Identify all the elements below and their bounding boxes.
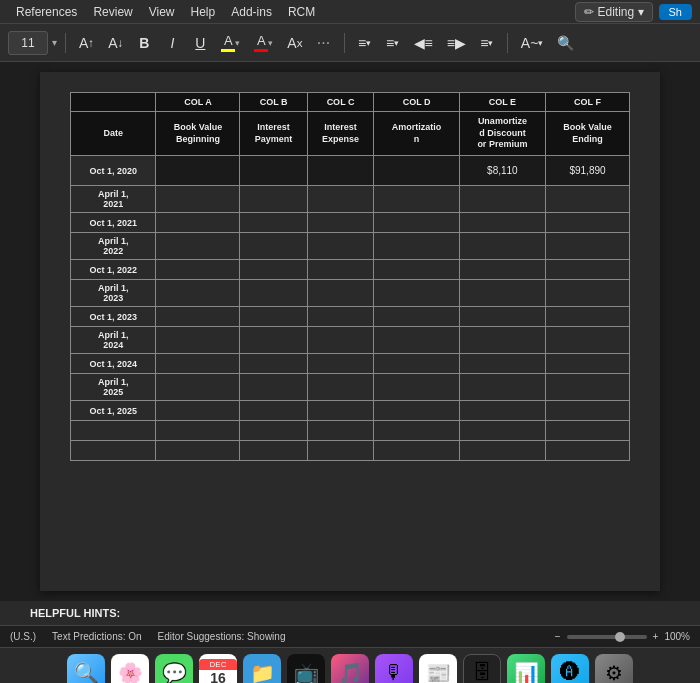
- data-cell: [307, 327, 374, 354]
- data-cell: [459, 260, 545, 280]
- menu-addins[interactable]: Add-ins: [223, 0, 280, 23]
- data-cell: [156, 327, 240, 354]
- data-cell: [459, 307, 545, 327]
- date-cell: [71, 421, 156, 441]
- date-cell: Oct 1, 2025: [71, 401, 156, 421]
- dock-icon-news[interactable]: 📰: [419, 654, 457, 684]
- date-cell: April 1,2024: [71, 327, 156, 354]
- data-cell: [459, 327, 545, 354]
- table-row: April 1,2025: [71, 374, 630, 401]
- data-cell: [459, 213, 545, 233]
- data-cell: [240, 260, 307, 280]
- data-cell: [240, 374, 307, 401]
- indent-style-button[interactable]: ≡▾: [381, 31, 405, 55]
- zoom-minus-button[interactable]: −: [555, 631, 561, 642]
- date-cell: Oct 1, 2022: [71, 260, 156, 280]
- data-cell: [374, 421, 459, 441]
- dock-icon-appletv[interactable]: 📺: [287, 654, 325, 684]
- dock-icon-files[interactable]: 📁: [243, 654, 281, 684]
- zoom-slider[interactable]: [567, 635, 647, 639]
- text-predictions-status[interactable]: Text Predictions: On: [52, 631, 141, 642]
- zoom-slider-thumb: [615, 632, 625, 642]
- table-row: Oct 1, 2021: [71, 213, 630, 233]
- data-cell: [307, 401, 374, 421]
- data-cell: [546, 401, 630, 421]
- more-button[interactable]: ···: [312, 31, 336, 55]
- dock-icon-photos[interactable]: 🌸: [111, 654, 149, 684]
- editor-suggestions-status[interactable]: Editor Suggestions: Showing: [158, 631, 286, 642]
- dock-icon-podcasts[interactable]: 🎙: [375, 654, 413, 684]
- value-cell-f: $91,890: [546, 156, 630, 186]
- styles-button[interactable]: A~▾: [516, 31, 549, 55]
- dock-icon-appstore[interactable]: 🅐: [551, 654, 589, 684]
- dock-icon-finder[interactable]: 🔍: [67, 654, 105, 684]
- table-row: Oct 1, 2023: [71, 307, 630, 327]
- share-button[interactable]: Sh: [659, 4, 692, 20]
- bold-button[interactable]: B: [132, 31, 156, 55]
- increase-indent-button[interactable]: ≡▶: [442, 31, 471, 55]
- zoom-plus-button[interactable]: +: [653, 631, 659, 642]
- data-cell: [459, 421, 545, 441]
- zoom-controls: − + 100%: [555, 631, 690, 642]
- menu-view[interactable]: View: [141, 0, 183, 23]
- dock-icon-systemprefs[interactable]: ⚙: [595, 654, 633, 684]
- data-cell: [307, 213, 374, 233]
- sub-header-row: Date Book ValueBeginning InterestPayment…: [71, 112, 630, 156]
- font-color-icon: A: [254, 33, 268, 52]
- data-cell: [156, 401, 240, 421]
- data-cell: [374, 354, 459, 374]
- status-bar: (U.S.) Text Predictions: On Editor Sugge…: [0, 625, 700, 647]
- font-size-input[interactable]: 11: [8, 31, 48, 55]
- data-cell: [546, 233, 630, 260]
- document-area: COL A COL B COL C COL D COL E COL F Date…: [0, 62, 700, 601]
- menu-review[interactable]: Review: [85, 0, 140, 23]
- menu-references[interactable]: References: [8, 0, 85, 23]
- data-cell: [307, 186, 374, 213]
- font-color-button[interactable]: A ▾: [249, 31, 278, 55]
- data-cell: [546, 327, 630, 354]
- data-cell: [240, 233, 307, 260]
- table-row: [71, 421, 630, 441]
- table-row: April 1,2022: [71, 233, 630, 260]
- sub-header-amortization: Amortization: [374, 112, 459, 156]
- zoom-level: 100%: [664, 631, 690, 642]
- font-grow-button[interactable]: A↑: [74, 31, 99, 55]
- dock-icon-notestray[interactable]: 🗄: [463, 654, 501, 684]
- data-cell: [156, 374, 240, 401]
- menu-help[interactable]: Help: [183, 0, 224, 23]
- paragraph-button[interactable]: ≡▾: [475, 31, 499, 55]
- table-row: Oct 1, 2020 $8,110 $91,890: [71, 156, 630, 186]
- search-button[interactable]: 🔍: [552, 31, 579, 55]
- underline-button[interactable]: U: [188, 31, 212, 55]
- font-size-dropdown-icon[interactable]: ▾: [52, 37, 57, 48]
- dock-icon-music[interactable]: 🎵: [331, 654, 369, 684]
- list-style-button[interactable]: ≡▾: [353, 31, 377, 55]
- data-cell: [546, 421, 630, 441]
- subscript-button[interactable]: Ax: [282, 31, 307, 55]
- toolbar-divider-1: [65, 33, 66, 53]
- data-cell: [156, 441, 240, 461]
- editing-button[interactable]: ✏ Editing ▾: [575, 2, 652, 22]
- data-cell: [546, 260, 630, 280]
- data-cell: [156, 186, 240, 213]
- dock-icon-calendar[interactable]: DEC 16: [199, 654, 237, 684]
- italic-button[interactable]: I: [160, 31, 184, 55]
- data-cell: [546, 307, 630, 327]
- data-cell: [307, 307, 374, 327]
- date-cell: [71, 441, 156, 461]
- data-cell: [374, 213, 459, 233]
- data-cell: [240, 307, 307, 327]
- toolbar-divider-3: [507, 33, 508, 53]
- dock-icon-numbers[interactable]: 📊: [507, 654, 545, 684]
- dock-icon-messages[interactable]: 💬: [155, 654, 193, 684]
- data-cell: [459, 401, 545, 421]
- document-page: COL A COL B COL C COL D COL E COL F Date…: [40, 72, 660, 591]
- decrease-indent-button[interactable]: ◀≡: [409, 31, 438, 55]
- sub-header-interest-payment: InterestPayment: [240, 112, 307, 156]
- font-shrink-button[interactable]: A↓: [103, 31, 128, 55]
- data-cell: [156, 421, 240, 441]
- data-cell: [374, 307, 459, 327]
- data-cell: [374, 441, 459, 461]
- menu-rcm[interactable]: RCM: [280, 0, 323, 23]
- highlight-button[interactable]: A ▾: [216, 31, 245, 55]
